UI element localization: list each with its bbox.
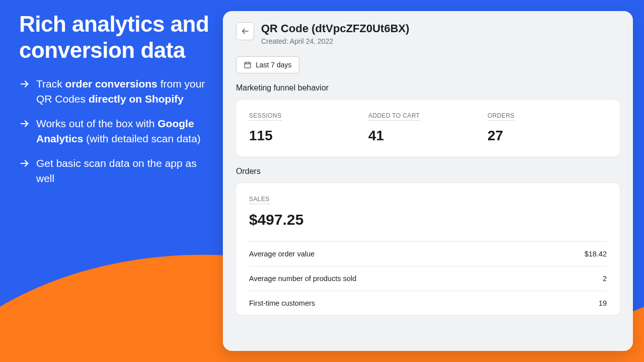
- order-stat-row: First-time customers 19: [249, 291, 607, 315]
- row-key: Average order value: [249, 250, 314, 258]
- funnel-section-label: Marketing funnel behavior: [236, 83, 620, 93]
- metric-value: 27: [488, 128, 607, 144]
- row-value: 19: [599, 299, 607, 307]
- created-date: Created: April 24, 2022: [261, 37, 410, 45]
- row-value: $18.42: [585, 250, 607, 258]
- metric-added-to-cart: ADDED TO CART 41: [368, 111, 488, 144]
- svg-rect-4: [245, 62, 251, 68]
- metric-value: 115: [249, 128, 368, 144]
- arrow-right-icon: [19, 118, 30, 133]
- order-stat-row: Average number of products sold 2: [249, 266, 607, 291]
- metric-label: ADDED TO CART: [368, 112, 420, 121]
- promo-headline: Rich analytics and conversion data: [19, 11, 210, 63]
- calendar-icon: [244, 61, 252, 69]
- page-title: QR Code (dtVpcZFZ0Ut6BX): [261, 22, 410, 35]
- row-value: 2: [603, 275, 607, 283]
- arrow-right-icon: [19, 78, 30, 94]
- metric-value: 41: [368, 128, 488, 144]
- promo-bullets: Track order conversions from your QR Cod…: [19, 76, 210, 187]
- order-stat-row: Average order value $18.42: [249, 241, 607, 266]
- bullet-3: Get basic scan data on the app as well: [19, 156, 210, 187]
- metric-label: ORDERS: [488, 112, 515, 121]
- date-range-label: Last 7 days: [256, 61, 292, 69]
- row-key: Average number of products sold: [249, 275, 356, 283]
- arrow-right-icon: [19, 158, 30, 173]
- metric-orders: ORDERS 27: [488, 111, 607, 144]
- back-button[interactable]: [236, 22, 254, 40]
- sales-value: $497.25: [249, 211, 607, 228]
- date-range-picker[interactable]: Last 7 days: [236, 56, 299, 73]
- bullet-1: Track order conversions from your QR Cod…: [19, 76, 210, 107]
- orders-section-label: Orders: [236, 167, 620, 176]
- metric-label: SESSIONS: [249, 112, 282, 121]
- bullet-2: Works out of the box with Google Analyti…: [19, 116, 210, 147]
- promo-copy: Rich analytics and conversion data Track…: [19, 11, 210, 195]
- arrow-left-icon: [240, 27, 250, 36]
- funnel-card: SESSIONS 115 ADDED TO CART 41 ORDERS 27: [236, 100, 620, 157]
- metric-sessions: SESSIONS 115: [249, 111, 368, 144]
- orders-card: SALES $497.25 Average order value $18.42…: [236, 183, 620, 315]
- sales-label: SALES: [249, 196, 270, 204]
- row-key: First-time customers: [249, 299, 315, 307]
- analytics-panel: QR Code (dtVpcZFZ0Ut6BX) Created: April …: [223, 11, 633, 351]
